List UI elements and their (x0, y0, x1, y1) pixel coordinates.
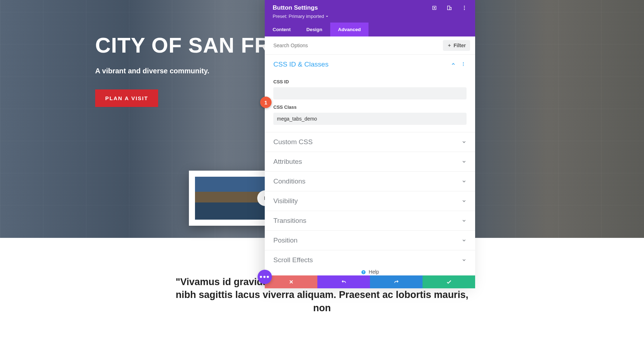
section-css-id-classes: CSS ID & Classes CSS ID CSS Class (265, 55, 475, 132)
tab-advanced[interactable]: Advanced (330, 23, 369, 36)
svg-point-5 (464, 8, 465, 9)
chevron-down-icon (462, 218, 467, 223)
responsive-icon[interactable] (447, 5, 452, 11)
css-class-label: CSS Class (273, 104, 467, 110)
section-title: Visibility (273, 197, 298, 205)
chevron-down-icon (462, 258, 467, 263)
help-icon: ? (361, 270, 366, 275)
chevron-up-icon[interactable] (450, 61, 457, 68)
plan-visit-button[interactable]: PLAN A VISIT (95, 89, 158, 107)
section-head-position[interactable]: Position (265, 231, 475, 250)
svg-point-1 (434, 8, 435, 9)
section-conditions: Conditions (265, 172, 475, 191)
section-more-icon[interactable] (460, 61, 467, 68)
section-title: Scroll Effects (273, 256, 313, 264)
svg-point-6 (464, 9, 465, 10)
cancel-button[interactable] (265, 275, 317, 288)
more-icon[interactable] (462, 5, 467, 11)
svg-point-9 (463, 65, 464, 65)
section-transitions: Transitions (265, 211, 475, 231)
search-row: Filter (265, 36, 475, 55)
section-attributes: Attributes (265, 152, 475, 172)
panel-footer (265, 275, 475, 288)
section-head-css-id-classes[interactable]: CSS ID & Classes (265, 55, 475, 74)
section-head-transitions[interactable]: Transitions (265, 211, 475, 230)
builder-fab[interactable]: ••• (258, 270, 272, 284)
redo-icon (394, 279, 399, 285)
chevron-down-icon (462, 179, 467, 184)
section-head-custom-css[interactable]: Custom CSS (265, 132, 475, 152)
settings-panel: Button Settings Preset: Primary imported… (265, 0, 475, 288)
svg-point-8 (463, 63, 464, 64)
section-head-scroll-effects[interactable]: Scroll Effects (265, 250, 475, 265)
svg-rect-2 (448, 6, 450, 10)
panel-tabs: Content Design Advanced (265, 23, 475, 36)
tab-design[interactable]: Design (298, 23, 330, 36)
section-head-visibility[interactable]: Visibility (265, 191, 475, 211)
svg-point-4 (464, 6, 465, 7)
panel-header: Button Settings Preset: Primary imported (265, 0, 475, 23)
svg-text:?: ? (362, 271, 364, 274)
redo-button[interactable] (370, 275, 423, 288)
css-class-input[interactable] (273, 113, 467, 125)
help-link[interactable]: ? Help (265, 265, 475, 275)
section-position: Position (265, 231, 475, 250)
help-label: Help (369, 269, 379, 275)
svg-point-7 (463, 62, 464, 63)
section-title: Custom CSS (273, 138, 313, 146)
chevron-down-icon (462, 159, 467, 164)
section-custom-css: Custom CSS (265, 132, 475, 152)
chevron-down-icon (462, 199, 467, 204)
undo-icon (341, 279, 347, 285)
search-input[interactable] (273, 43, 443, 48)
chevron-down-icon (326, 15, 328, 18)
svg-rect-3 (450, 8, 451, 10)
section-title: CSS ID & Classes (273, 60, 328, 68)
filter-label: Filter (454, 43, 466, 48)
expand-icon[interactable] (431, 5, 437, 11)
section-scroll-effects: Scroll Effects (265, 250, 475, 265)
css-id-input[interactable] (273, 87, 467, 99)
section-head-attributes[interactable]: Attributes (265, 152, 475, 171)
undo-button[interactable] (317, 275, 370, 288)
panel-body: Filter CSS ID & Classes CSS ID CSS Class (265, 36, 475, 265)
save-button[interactable] (423, 275, 475, 288)
annotation-marker-1: 1 (260, 97, 272, 108)
section-head-conditions[interactable]: Conditions (265, 172, 475, 191)
section-title: Position (273, 236, 298, 244)
section-visibility: Visibility (265, 191, 475, 211)
panel-title: Button Settings (273, 4, 318, 11)
section-title: Attributes (273, 158, 302, 166)
preset-dropdown[interactable]: Preset: Primary imported (273, 14, 467, 19)
filter-button[interactable]: Filter (443, 40, 470, 51)
tab-content[interactable]: Content (265, 23, 298, 36)
check-icon (446, 279, 452, 285)
chevron-down-icon (462, 238, 467, 243)
close-icon (288, 279, 294, 285)
section-title: Transitions (273, 217, 306, 225)
chevron-down-icon (462, 140, 467, 145)
preset-label: Preset: Primary imported (273, 14, 324, 19)
section-title: Conditions (273, 177, 306, 185)
css-id-label: CSS ID (273, 79, 467, 84)
plus-icon (447, 43, 452, 48)
